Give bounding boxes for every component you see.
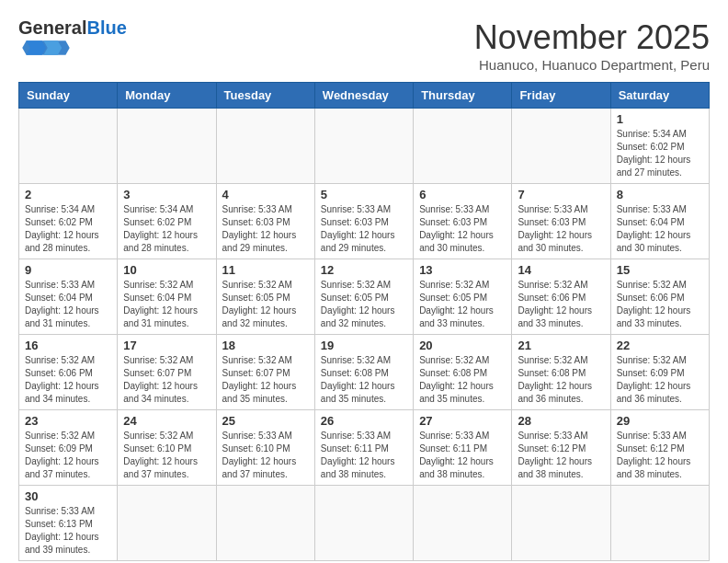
calendar-cell: [216, 109, 314, 184]
calendar-week-row: 1Sunrise: 5:34 AM Sunset: 6:02 PM Daylig…: [19, 109, 710, 184]
calendar-cell: 22Sunrise: 5:32 AM Sunset: 6:09 PM Dayli…: [610, 335, 709, 410]
day-info: Sunrise: 5:33 AM Sunset: 6:11 PM Dayligh…: [419, 430, 506, 481]
day-number: 2: [25, 188, 111, 201]
calendar-cell: 3Sunrise: 5:34 AM Sunset: 6:02 PM Daylig…: [118, 184, 216, 259]
calendar-cell: [118, 486, 216, 561]
day-number: 3: [123, 188, 210, 201]
calendar-cell: 24Sunrise: 5:32 AM Sunset: 6:10 PM Dayli…: [118, 410, 216, 486]
day-info: Sunrise: 5:33 AM Sunset: 6:12 PM Dayligh…: [518, 430, 604, 481]
day-number: 20: [419, 339, 506, 352]
weekday-header-row: SundayMondayTuesdayWednesdayThursdayFrid…: [19, 83, 710, 109]
day-info: Sunrise: 5:33 AM Sunset: 6:04 PM Dayligh…: [617, 203, 703, 255]
day-info: Sunrise: 5:32 AM Sunset: 6:07 PM Dayligh…: [123, 354, 210, 406]
calendar-cell: 12Sunrise: 5:32 AM Sunset: 6:05 PM Dayli…: [314, 259, 413, 335]
logo: GeneralBlue: [18, 18, 127, 57]
logo-text: GeneralBlue: [18, 18, 127, 37]
calendar-cell: 14Sunrise: 5:32 AM Sunset: 6:06 PM Dayli…: [512, 259, 610, 335]
day-number: 9: [25, 263, 111, 277]
day-info: Sunrise: 5:32 AM Sunset: 6:04 PM Dayligh…: [123, 279, 210, 330]
day-number: 17: [123, 339, 210, 352]
day-info: Sunrise: 5:33 AM Sunset: 6:03 PM Dayligh…: [419, 203, 506, 255]
title-area: November 2025 Huanuco, Huanuco Departmen…: [474, 18, 710, 73]
day-info: Sunrise: 5:33 AM Sunset: 6:03 PM Dayligh…: [518, 203, 604, 255]
day-number: 22: [617, 339, 703, 352]
day-number: 26: [321, 414, 407, 428]
day-number: 29: [617, 414, 703, 428]
day-number: 1: [617, 112, 703, 126]
day-number: 23: [25, 414, 111, 428]
calendar-cell: [314, 109, 413, 184]
calendar-cell: [414, 109, 512, 184]
day-number: 10: [123, 263, 210, 277]
calendar-cell: 26Sunrise: 5:33 AM Sunset: 6:11 PM Dayli…: [314, 410, 413, 486]
day-info: Sunrise: 5:32 AM Sunset: 6:06 PM Dayligh…: [617, 279, 703, 330]
calendar-cell: 10Sunrise: 5:32 AM Sunset: 6:04 PM Dayli…: [118, 259, 216, 335]
logo-blue: Blue: [86, 17, 126, 38]
calendar-cell: [512, 486, 610, 561]
calendar-cell: [314, 486, 413, 561]
calendar-week-row: 30Sunrise: 5:33 AM Sunset: 6:13 PM Dayli…: [19, 486, 710, 561]
calendar-cell: 21Sunrise: 5:32 AM Sunset: 6:08 PM Dayli…: [512, 335, 610, 410]
calendar-cell: 17Sunrise: 5:32 AM Sunset: 6:07 PM Dayli…: [118, 335, 216, 410]
day-info: Sunrise: 5:32 AM Sunset: 6:06 PM Dayligh…: [25, 354, 111, 406]
day-info: Sunrise: 5:34 AM Sunset: 6:02 PM Dayligh…: [25, 203, 111, 255]
day-number: 19: [321, 339, 407, 352]
day-info: Sunrise: 5:32 AM Sunset: 6:05 PM Dayligh…: [222, 279, 309, 330]
day-info: Sunrise: 5:32 AM Sunset: 6:08 PM Dayligh…: [419, 354, 506, 406]
calendar-cell: 19Sunrise: 5:32 AM Sunset: 6:08 PM Dayli…: [314, 335, 413, 410]
calendar-cell: 27Sunrise: 5:33 AM Sunset: 6:11 PM Dayli…: [414, 410, 512, 486]
calendar-cell: 30Sunrise: 5:33 AM Sunset: 6:13 PM Dayli…: [19, 486, 118, 561]
calendar-week-row: 16Sunrise: 5:32 AM Sunset: 6:06 PM Dayli…: [19, 335, 710, 410]
day-number: 21: [518, 339, 604, 352]
day-info: Sunrise: 5:32 AM Sunset: 6:09 PM Dayligh…: [25, 430, 111, 481]
day-info: Sunrise: 5:33 AM Sunset: 6:04 PM Dayligh…: [25, 279, 111, 330]
day-number: 11: [222, 263, 309, 277]
weekday-header-thursday: Thursday: [414, 83, 512, 109]
month-title: November 2025: [474, 18, 710, 57]
day-info: Sunrise: 5:32 AM Sunset: 6:08 PM Dayligh…: [321, 354, 407, 406]
calendar-cell: 29Sunrise: 5:33 AM Sunset: 6:12 PM Dayli…: [610, 410, 709, 486]
calendar-cell: 2Sunrise: 5:34 AM Sunset: 6:02 PM Daylig…: [19, 184, 118, 259]
page-header: GeneralBlue November 2025 Huanuco, Huanu…: [18, 18, 710, 73]
day-info: Sunrise: 5:34 AM Sunset: 6:02 PM Dayligh…: [617, 128, 703, 179]
calendar-cell: [19, 109, 118, 184]
calendar-cell: 16Sunrise: 5:32 AM Sunset: 6:06 PM Dayli…: [19, 335, 118, 410]
day-number: 18: [222, 339, 309, 352]
calendar-cell: 6Sunrise: 5:33 AM Sunset: 6:03 PM Daylig…: [414, 184, 512, 259]
day-number: 4: [222, 188, 309, 201]
day-number: 13: [419, 263, 506, 277]
calendar-cell: 25Sunrise: 5:33 AM Sunset: 6:10 PM Dayli…: [216, 410, 314, 486]
day-info: Sunrise: 5:32 AM Sunset: 6:10 PM Dayligh…: [123, 430, 210, 481]
calendar: SundayMondayTuesdayWednesdayThursdayFrid…: [18, 82, 710, 561]
day-number: 28: [518, 414, 604, 428]
weekday-header-saturday: Saturday: [610, 83, 709, 109]
calendar-cell: 15Sunrise: 5:32 AM Sunset: 6:06 PM Dayli…: [610, 259, 709, 335]
calendar-cell: 11Sunrise: 5:32 AM Sunset: 6:05 PM Dayli…: [216, 259, 314, 335]
calendar-cell: 9Sunrise: 5:33 AM Sunset: 6:04 PM Daylig…: [19, 259, 118, 335]
calendar-cell: 23Sunrise: 5:32 AM Sunset: 6:09 PM Dayli…: [19, 410, 118, 486]
day-number: 27: [419, 414, 506, 428]
weekday-header-wednesday: Wednesday: [314, 83, 413, 109]
day-info: Sunrise: 5:33 AM Sunset: 6:13 PM Dayligh…: [25, 505, 111, 557]
day-info: Sunrise: 5:32 AM Sunset: 6:06 PM Dayligh…: [518, 279, 604, 330]
calendar-cell: 13Sunrise: 5:32 AM Sunset: 6:05 PM Dayli…: [414, 259, 512, 335]
day-info: Sunrise: 5:33 AM Sunset: 6:03 PM Dayligh…: [321, 203, 407, 255]
day-number: 5: [321, 188, 407, 201]
weekday-header-tuesday: Tuesday: [216, 83, 314, 109]
calendar-cell: 1Sunrise: 5:34 AM Sunset: 6:02 PM Daylig…: [610, 109, 709, 184]
day-info: Sunrise: 5:32 AM Sunset: 6:05 PM Dayligh…: [321, 279, 407, 330]
day-info: Sunrise: 5:33 AM Sunset: 6:11 PM Dayligh…: [321, 430, 407, 481]
day-info: Sunrise: 5:34 AM Sunset: 6:02 PM Dayligh…: [123, 203, 210, 255]
day-number: 14: [518, 263, 604, 277]
day-info: Sunrise: 5:33 AM Sunset: 6:03 PM Dayligh…: [222, 203, 309, 255]
day-info: Sunrise: 5:33 AM Sunset: 6:10 PM Dayligh…: [222, 430, 309, 481]
calendar-cell: [610, 486, 709, 561]
calendar-cell: 7Sunrise: 5:33 AM Sunset: 6:03 PM Daylig…: [512, 184, 610, 259]
calendar-week-row: 23Sunrise: 5:32 AM Sunset: 6:09 PM Dayli…: [19, 410, 710, 486]
day-number: 12: [321, 263, 407, 277]
calendar-cell: 8Sunrise: 5:33 AM Sunset: 6:04 PM Daylig…: [610, 184, 709, 259]
weekday-header-sunday: Sunday: [19, 83, 118, 109]
calendar-cell: 28Sunrise: 5:33 AM Sunset: 6:12 PM Dayli…: [512, 410, 610, 486]
day-number: 7: [518, 188, 604, 201]
weekday-header-friday: Friday: [512, 83, 610, 109]
